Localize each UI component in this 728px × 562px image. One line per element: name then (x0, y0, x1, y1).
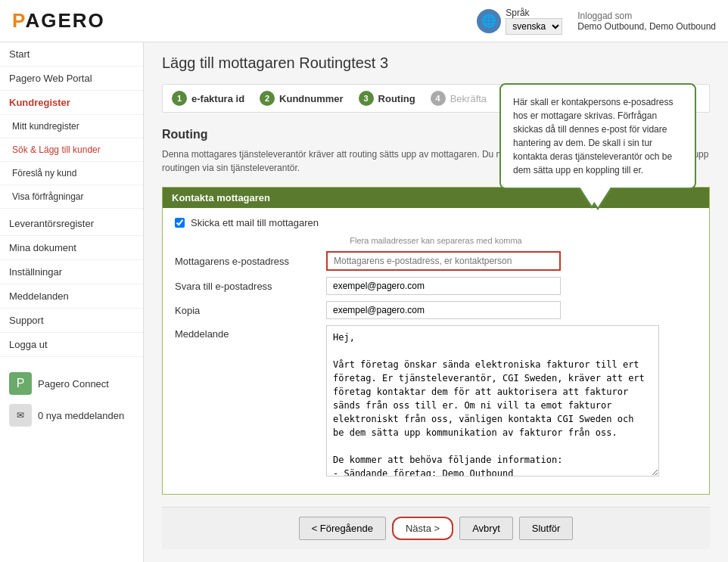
sidebar-item-visa[interactable]: Visa förfrågningar (0, 185, 143, 209)
messages-label: 0 nya meddelanden (38, 410, 124, 421)
globe-icon: 🌐 (477, 9, 501, 33)
hint-text: Flera mailadresser kan separeras med kom… (175, 236, 697, 245)
language-select[interactable]: svenska (506, 18, 562, 35)
step-3-label: Routing (378, 93, 415, 104)
sidebar-item-sok-lagg[interactable]: Sök & Lägg till kunder (0, 138, 143, 162)
contact-box: Kontakta mottagaren Skicka ett mail till… (162, 187, 710, 495)
message-textarea[interactable]: Hej, Vårt företag önskar sända elektroni… (326, 325, 659, 477)
sidebar-item-leverantors[interactable]: Leverantörsregister (0, 212, 143, 236)
sidebar: Start Pagero Web Portal Kundregister Mit… (0, 42, 144, 562)
messages-item[interactable]: ✉ 0 nya meddelanden (9, 404, 134, 427)
email-input-wrapper (326, 251, 697, 271)
reply-row: Svara till e-postadress (175, 277, 697, 295)
message-row: Meddelande Hej, Vårt företag önskar sänd… (175, 325, 697, 479)
step-4: 4 Bekräfta (431, 91, 487, 106)
tooltip-bubble: Här skall er kontakpersons e-posadress h… (499, 83, 696, 189)
reply-input[interactable] (326, 277, 561, 295)
content-area: Lägg till mottagaren Routingtest 3 1 e-f… (144, 42, 728, 562)
email-label: Mottagarens e-postadress (175, 256, 326, 267)
cancel-button[interactable]: Avbryt (459, 517, 513, 540)
tooltip-arrow-inner (580, 187, 604, 206)
main-layout: Start Pagero Web Portal Kundregister Mit… (0, 42, 728, 562)
page-title: Lägg till mottagaren Routingtest 3 (162, 54, 710, 72)
tooltip-container: Här skall er kontakpersons e-posadress h… (499, 83, 700, 189)
header: PAGERO 🌐 Språk svenska Inloggad som Demo… (0, 0, 728, 42)
step-4-label: Bekräfta (450, 93, 487, 104)
language-section: 🌐 Språk svenska (477, 8, 562, 35)
step-1: 1 e-faktura id (172, 91, 244, 106)
message-label: Meddelande (175, 325, 326, 340)
reply-label: Svara till e-postadress (175, 281, 326, 292)
step-2-num: 2 (260, 91, 275, 106)
reply-input-wrapper (326, 277, 697, 295)
step-2-label: Kundnummer (279, 93, 344, 104)
login-name: Demo Outbound, Demo Outbound (577, 21, 716, 32)
header-right: 🌐 Språk svenska Inloggad som Demo Outbou… (477, 8, 716, 35)
login-section: Inloggad som Demo Outbound, Demo Outboun… (577, 11, 716, 32)
email-input[interactable] (326, 251, 561, 271)
cc-input[interactable] (326, 301, 561, 319)
login-label: Inloggad som (577, 11, 716, 21)
language-label: Språk (506, 8, 562, 18)
cc-input-wrapper (326, 301, 697, 319)
step-1-num: 1 (172, 91, 187, 106)
sidebar-item-pagero-web-portal[interactable]: Pagero Web Portal (0, 67, 143, 91)
checkbox-row: Skicka ett mail till mottagaren (175, 217, 697, 228)
step-2: 2 Kundnummer (260, 91, 344, 106)
messages-icon: ✉ (9, 404, 32, 427)
sidebar-item-mitt-kundregister[interactable]: Mitt kundregister (0, 115, 143, 138)
connect-icon: P (9, 372, 32, 395)
next-button[interactable]: Nästa > (392, 517, 453, 540)
sidebar-item-start[interactable]: Start (0, 42, 143, 67)
sidebar-item-mina-dokument[interactable]: Mina dokument (0, 236, 143, 260)
connect-label: Pagero Connect (38, 378, 109, 390)
message-area-wrapper: Hej, Vårt företag önskar sända elektroni… (326, 325, 697, 479)
send-mail-checkbox[interactable] (175, 218, 185, 228)
language-info: Språk svenska (506, 8, 562, 35)
cc-row: Kopia (175, 301, 697, 319)
step-4-num: 4 (431, 91, 446, 106)
sidebar-item-meddelanden[interactable]: Meddelanden (0, 284, 143, 309)
logo: PAGERO (12, 9, 105, 33)
step-3: 3 Routing (359, 91, 415, 106)
cc-label: Kopia (175, 305, 326, 316)
steps-bar: 1 e-faktura id 2 Kundnummer 3 Routing 4 … (162, 84, 710, 113)
sidebar-bottom: P Pagero Connect ✉ 0 nya meddelanden (0, 363, 143, 436)
tooltip-text: Här skall er kontakpersons e-posadress h… (513, 97, 673, 175)
sidebar-item-kundregister[interactable]: Kundregister (0, 91, 143, 115)
step-3-num: 3 (359, 91, 374, 106)
send-mail-label: Skicka ett mail till mottagaren (191, 217, 319, 228)
contact-box-body: Skicka ett mail till mottagaren Flera ma… (163, 208, 709, 494)
sidebar-item-support[interactable]: Support (0, 309, 143, 333)
finish-button[interactable]: Slutför (519, 517, 574, 540)
prev-button[interactable]: < Föregående (299, 517, 386, 540)
bottom-bar: < Föregående Nästa > Avbryt Slutför (162, 507, 710, 549)
contact-box-header: Kontakta mottagaren (163, 188, 709, 208)
pagero-connect-item[interactable]: P Pagero Connect (9, 372, 134, 395)
sidebar-item-logga-ut[interactable]: Logga ut (0, 333, 143, 357)
step-1-label: e-faktura id (191, 93, 244, 104)
sidebar-item-foreslå[interactable]: Föreslå ny kund (0, 162, 143, 185)
email-row: Mottagarens e-postadress (175, 251, 697, 271)
sidebar-item-installningar[interactable]: Inställningar (0, 260, 143, 284)
